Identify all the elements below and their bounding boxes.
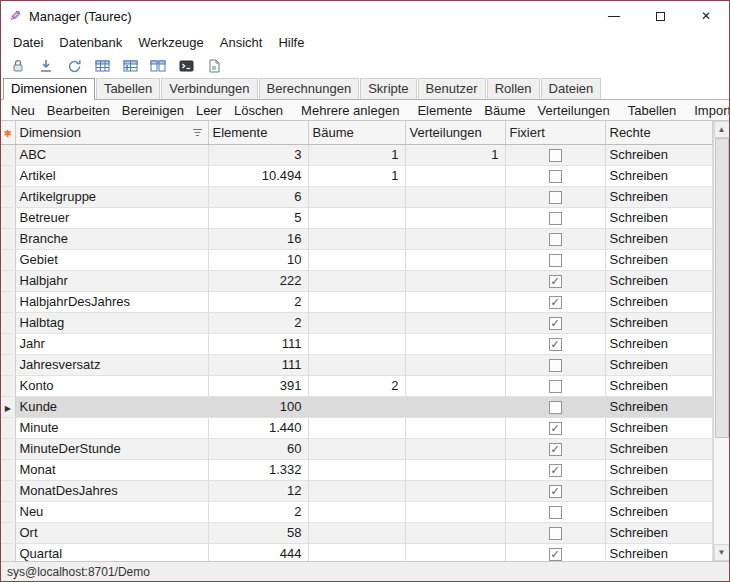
refresh-button[interactable] — [61, 55, 87, 77]
lock-button[interactable] — [5, 55, 31, 77]
table-split-button[interactable] — [145, 55, 171, 77]
table-row[interactable]: ▶ Kunde 100 Schreiben — [1, 396, 712, 417]
cell-dimension[interactable]: Konto — [15, 375, 208, 396]
action-bereinigen-button[interactable]: Bereinigen — [116, 101, 190, 120]
cell-elemente[interactable]: 10 — [208, 249, 308, 270]
cell-dimension[interactable]: Ort — [15, 522, 208, 543]
fixiert-checkbox[interactable]: ✓ — [549, 485, 562, 498]
table-row[interactable]: Betreuer 5 Schreiben — [1, 207, 712, 228]
cell-verteilungen[interactable] — [405, 165, 505, 186]
cell-verteilungen[interactable] — [405, 438, 505, 459]
fixiert-checkbox[interactable] — [549, 254, 562, 267]
menu-werkzeuge[interactable]: Werkzeuge — [130, 33, 212, 52]
table-row[interactable]: Jahresversatz 111 Schreiben — [1, 354, 712, 375]
cell-elemente[interactable]: 2 — [208, 312, 308, 333]
cell-baeume[interactable] — [308, 270, 405, 291]
cell-dimension[interactable]: Monat — [15, 459, 208, 480]
fixiert-checkbox[interactable] — [549, 506, 562, 519]
column-header-verteilungen[interactable]: Verteilungen — [405, 121, 505, 144]
fixiert-checkbox[interactable]: ✓ — [549, 464, 562, 477]
fixiert-checkbox[interactable]: ✓ — [549, 296, 562, 309]
cell-rechte[interactable]: Schreiben — [605, 291, 712, 312]
column-header-dimension[interactable]: Dimension — [15, 121, 208, 144]
cell-elemente[interactable]: 6 — [208, 186, 308, 207]
cell-baeume[interactable]: 1 — [308, 165, 405, 186]
cell-dimension[interactable]: MonatDesJahres — [15, 480, 208, 501]
action-leer-button[interactable]: Leer — [190, 101, 228, 120]
cell-verteilungen[interactable] — [405, 354, 505, 375]
table-row[interactable]: HalbjahrDesJahres 2 ✓ Schreiben — [1, 291, 712, 312]
console-button[interactable] — [173, 55, 199, 77]
table-row[interactable]: Branche 16 Schreiben — [1, 228, 712, 249]
cell-dimension[interactable]: Quartal — [15, 543, 208, 561]
cell-rechte[interactable]: Schreiben — [605, 249, 712, 270]
table-row[interactable]: Monat 1.332 ✓ Schreiben — [1, 459, 712, 480]
cell-elemente[interactable]: 111 — [208, 354, 308, 375]
cell-rechte[interactable]: Schreiben — [605, 543, 712, 561]
import-data-button[interactable] — [33, 55, 59, 77]
cell-baeume[interactable]: 2 — [308, 375, 405, 396]
cell-verteilungen[interactable] — [405, 228, 505, 249]
cell-dimension[interactable]: Branche — [15, 228, 208, 249]
cell-dimension[interactable]: Artikel — [15, 165, 208, 186]
minimize-button[interactable]: — — [591, 1, 637, 31]
cell-elemente[interactable]: 100 — [208, 396, 308, 417]
cell-elemente[interactable]: 12 — [208, 480, 308, 501]
cell-baeume[interactable] — [308, 438, 405, 459]
column-header-baeume[interactable]: Bäume — [308, 121, 405, 144]
cell-rechte[interactable]: Schreiben — [605, 375, 712, 396]
tab-skripte[interactable]: Skripte — [360, 78, 416, 99]
cell-verteilungen[interactable] — [405, 480, 505, 501]
action-import-button[interactable]: Import — [688, 101, 730, 120]
cell-baeume[interactable] — [308, 522, 405, 543]
scroll-up-button[interactable]: ▲ — [714, 121, 730, 138]
column-header-rechte[interactable]: Rechte — [605, 121, 712, 144]
script-export-button[interactable] — [201, 55, 227, 77]
cell-elemente[interactable]: 2 — [208, 291, 308, 312]
cell-baeume[interactable] — [308, 228, 405, 249]
cell-verteilungen[interactable] — [405, 417, 505, 438]
menu-hilfe[interactable]: Hilfe — [270, 33, 312, 52]
fixiert-checkbox[interactable]: ✓ — [549, 422, 562, 435]
cell-rechte[interactable]: Schreiben — [605, 459, 712, 480]
table-row[interactable]: MonatDesJahres 12 ✓ Schreiben — [1, 480, 712, 501]
fixiert-checkbox[interactable] — [549, 401, 562, 414]
action-baeume-button[interactable]: Bäume — [478, 101, 531, 120]
cell-rechte[interactable]: Schreiben — [605, 438, 712, 459]
table-row[interactable]: Gebiet 10 Schreiben — [1, 249, 712, 270]
cell-elemente[interactable]: 16 — [208, 228, 308, 249]
cell-rechte[interactable]: Schreiben — [605, 144, 712, 165]
fixiert-checkbox[interactable]: ✓ — [549, 275, 562, 288]
fixiert-checkbox[interactable] — [549, 359, 562, 372]
table-row[interactable]: Quartal 444 ✓ Schreiben — [1, 543, 712, 561]
cell-verteilungen[interactable] — [405, 270, 505, 291]
cell-rechte[interactable]: Schreiben — [605, 270, 712, 291]
action-tabellen-button[interactable]: Tabellen — [622, 101, 682, 120]
fixiert-checkbox[interactable]: ✓ — [549, 317, 562, 330]
table-row[interactable]: Artikelgruppe 6 Schreiben — [1, 186, 712, 207]
table-row[interactable]: Ort 58 Schreiben — [1, 522, 712, 543]
fixiert-checkbox[interactable] — [549, 170, 562, 183]
cell-dimension[interactable]: Minute — [15, 417, 208, 438]
table-row[interactable]: Neu 2 Schreiben — [1, 501, 712, 522]
cell-elemente[interactable]: 391 — [208, 375, 308, 396]
scroll-down-button[interactable]: ▼ — [714, 544, 730, 561]
fixiert-checkbox[interactable]: ✓ — [549, 548, 562, 561]
tab-rollen[interactable]: Rollen — [487, 78, 540, 99]
cell-rechte[interactable]: Schreiben — [605, 228, 712, 249]
fixiert-checkbox[interactable] — [549, 527, 562, 540]
table-row[interactable]: ABC 3 1 1 Schreiben — [1, 144, 712, 165]
cell-dimension[interactable]: Neu — [15, 501, 208, 522]
cell-elemente[interactable]: 3 — [208, 144, 308, 165]
cell-elemente[interactable]: 111 — [208, 333, 308, 354]
cell-verteilungen[interactable] — [405, 207, 505, 228]
cell-dimension[interactable]: HalbjahrDesJahres — [15, 291, 208, 312]
fixiert-checkbox[interactable] — [549, 233, 562, 246]
cell-verteilungen[interactable] — [405, 375, 505, 396]
column-header-fixiert[interactable]: Fixiert — [505, 121, 605, 144]
fixiert-checkbox[interactable] — [549, 380, 562, 393]
cell-rechte[interactable]: Schreiben — [605, 165, 712, 186]
menu-ansicht[interactable]: Ansicht — [212, 33, 271, 52]
cell-baeume[interactable] — [308, 312, 405, 333]
table-grid-button[interactable] — [89, 55, 115, 77]
